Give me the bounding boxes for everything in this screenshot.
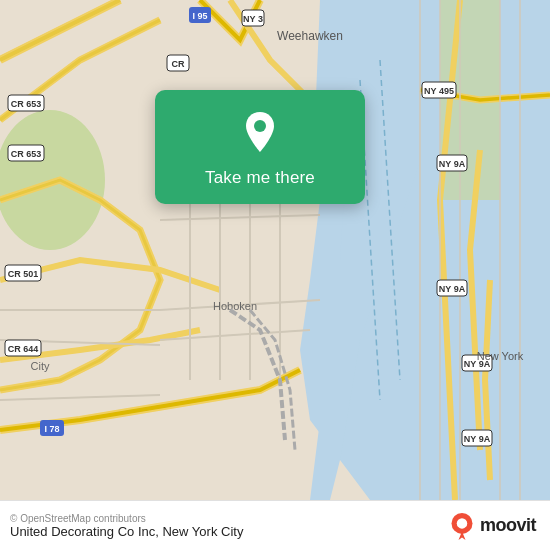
location-pin-icon bbox=[236, 108, 284, 156]
svg-point-56 bbox=[254, 120, 266, 132]
svg-text:CR 644: CR 644 bbox=[8, 344, 39, 354]
svg-text:CR: CR bbox=[172, 59, 185, 69]
svg-text:City: City bbox=[31, 360, 50, 372]
osm-attribution: © OpenStreetMap contributors bbox=[10, 513, 146, 524]
svg-text:CR 653: CR 653 bbox=[11, 99, 42, 109]
svg-text:I 95: I 95 bbox=[192, 11, 207, 21]
bottom-info: © OpenStreetMap contributors United Deco… bbox=[10, 513, 243, 539]
svg-text:New York: New York bbox=[477, 350, 524, 362]
svg-text:NY 495: NY 495 bbox=[424, 86, 454, 96]
svg-text:NY 9A: NY 9A bbox=[439, 284, 466, 294]
svg-point-58 bbox=[457, 518, 468, 529]
moovit-label: moovit bbox=[480, 515, 536, 536]
map-view[interactable]: I 95 NY 3 CR 653 CR 653 CR CR 501 CR 644… bbox=[0, 0, 550, 500]
svg-text:NY 9A: NY 9A bbox=[439, 159, 466, 169]
bottom-bar: © OpenStreetMap contributors United Deco… bbox=[0, 500, 550, 550]
svg-text:CR 653: CR 653 bbox=[11, 149, 42, 159]
moovit-logo: moovit bbox=[448, 512, 536, 540]
map-background: I 95 NY 3 CR 653 CR 653 CR CR 501 CR 644… bbox=[0, 0, 550, 500]
svg-text:CR 501: CR 501 bbox=[8, 269, 39, 279]
moovit-icon bbox=[448, 512, 476, 540]
svg-text:NY 3: NY 3 bbox=[243, 14, 263, 24]
take-me-there-button[interactable]: Take me there bbox=[205, 166, 315, 190]
svg-text:Weehawken: Weehawken bbox=[277, 29, 343, 43]
svg-text:NY 9A: NY 9A bbox=[464, 434, 491, 444]
location-popup: Take me there bbox=[155, 90, 365, 204]
location-name: United Decorating Co Inc, New York City bbox=[10, 524, 243, 539]
svg-text:I 78: I 78 bbox=[44, 424, 59, 434]
